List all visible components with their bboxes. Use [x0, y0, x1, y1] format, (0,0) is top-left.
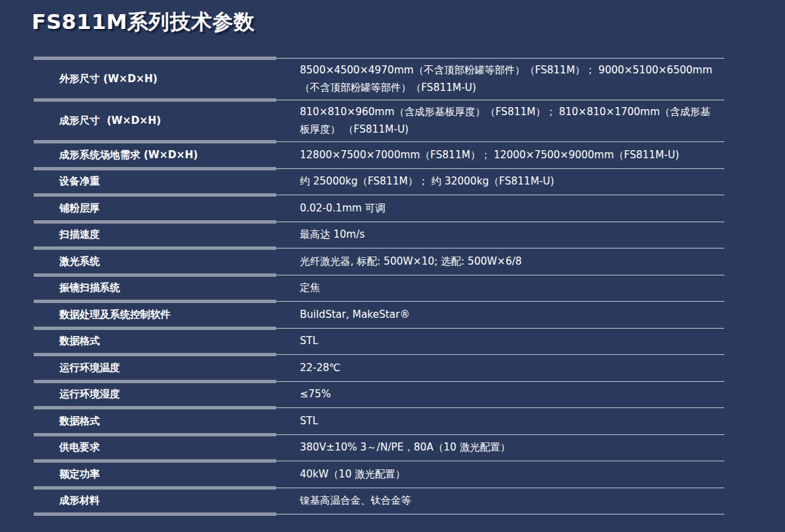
spec-label: 数据格式	[34, 333, 276, 348]
spec-label: 数据格式	[34, 413, 276, 428]
row-divider-right	[276, 488, 724, 488]
table-row-software: 数据处理及系统控制软件 BuildStar, MakeStar®	[34, 301, 724, 328]
row-divider-right	[276, 461, 724, 461]
spec-value: BuildStar, MakeStar®	[276, 306, 724, 323]
table-row-build-size: 成形尺寸 (W×D×H) 810×810×960mm（含成形基板厚度）（FS81…	[34, 100, 724, 141]
spec-value: 定焦	[276, 279, 724, 296]
spec-label: 成形材料	[34, 493, 276, 508]
table-row-dimensions: 外形尺寸 (W×D×H) 8500×4500×4970mm（不含顶部粉罐等部件）…	[34, 58, 724, 100]
row-divider-left	[34, 327, 276, 330]
spec-value: STL	[276, 332, 724, 350]
row-divider-right	[276, 248, 724, 248]
spec-value: 光纤激光器, 标配: 500W×10; 选配: 500W×6/8	[276, 253, 724, 270]
row-divider-left	[34, 300, 276, 303]
spec-label: 运行环境温度	[34, 360, 276, 375]
spec-value: ≤75%	[276, 385, 724, 403]
row-divider-left	[34, 486, 276, 490]
table-row-site-requirement: 成形系统场地需求 (W×D×H) 12800×7500×7000mm（FS811…	[34, 141, 724, 168]
row-divider-right	[276, 222, 724, 222]
table-row-data-format-1: 数据格式 STL	[34, 328, 724, 355]
row-divider-right	[276, 195, 724, 195]
spec-value: 最高达 10m/s	[276, 226, 724, 243]
row-divider-left	[34, 380, 276, 383]
row-divider-right	[276, 354, 724, 355]
row-divider-left	[34, 353, 276, 356]
spec-value: 810×810×960mm（含成形基板厚度）（FS811M）； 810×810×…	[276, 103, 724, 138]
spec-label: 铺粉层厚	[34, 201, 276, 215]
spec-page: FS811M系列技术参数 外形尺寸 (W×D×H) 8500×4500×4970…	[0, 0, 785, 532]
spec-value: 8500×4500×4970mm（不含顶部粉罐等部件）（FS811M）； 900…	[276, 61, 724, 96]
row-divider-left	[34, 273, 276, 277]
row-divider-right	[276, 58, 724, 59]
spec-label: 成形系统场地需求 (W×D×H)	[34, 147, 276, 162]
spec-label: 额定功率	[34, 467, 276, 481]
spec-label: 扫描速度	[34, 227, 276, 242]
table-row-power-supply: 供电要求 380V±10% 3～/N/PE，80A（10 激光配置）	[34, 434, 724, 461]
row-divider-left	[34, 98, 276, 102]
table-row-operating-humidity: 运行环境湿度 ≤75%	[34, 381, 724, 408]
table-row-layer-thickness: 铺粉层厚 0.02-0.1mm 可调	[34, 195, 724, 222]
table-bottom-border	[34, 514, 724, 518]
spec-table: 外形尺寸 (W×D×H) 8500×4500×4970mm（不含顶部粉罐等部件）…	[34, 58, 724, 518]
row-divider-left	[34, 167, 276, 170]
spec-label: 设备净重	[34, 174, 276, 189]
row-divider-right	[276, 514, 724, 514]
row-divider-right	[276, 434, 724, 435]
spec-value: 22-28℃	[276, 359, 724, 376]
row-divider-left	[34, 246, 276, 250]
row-divider-right	[276, 407, 724, 408]
table-row-laser-system: 激光系统 光纤激光器, 标配: 500W×10; 选配: 500W×6/8	[34, 248, 724, 275]
spec-value: 12800×7500×7000mm（FS811M）； 12000×7500×90…	[276, 146, 724, 164]
row-divider-left	[34, 512, 276, 516]
row-divider-left	[34, 57, 276, 60]
row-divider-right	[276, 100, 724, 100]
row-divider-left	[34, 140, 276, 143]
row-divider-right	[276, 141, 724, 142]
table-row-rated-power: 额定功率 40kW（10 激光配置）	[34, 461, 724, 488]
table-row-scan-speed: 扫描速度 最高达 10m/s	[34, 222, 724, 248]
spec-value: 约 25000kg（FS811M）； 约 32000kg（FS811M-U)	[276, 172, 724, 190]
spec-value: STL	[276, 412, 724, 430]
page-title: FS811M系列技术参数	[32, 8, 255, 36]
row-divider-left	[34, 433, 276, 436]
table-row-galvo-system: 振镜扫描系统 定焦	[34, 275, 724, 302]
row-divider-left	[34, 220, 276, 224]
spec-value: 380V±10% 3～/N/PE，80A（10 激光配置）	[276, 438, 724, 456]
row-divider-left	[34, 406, 276, 409]
table-row-operating-temperature: 运行环境温度 22-28℃	[34, 354, 724, 381]
table-row-build-materials: 成形材料 镍基高温合金、钛合金等	[34, 488, 724, 514]
row-divider-right	[276, 275, 724, 275]
spec-label: 数据处理及系统控制软件	[34, 307, 276, 322]
spec-label: 供电要求	[34, 440, 276, 455]
row-divider-right	[276, 328, 724, 329]
row-divider-right	[276, 381, 724, 382]
row-divider-right	[276, 301, 724, 302]
spec-label: 外形尺寸 (W×D×H)	[34, 71, 276, 86]
spec-value: 镍基高温合金、钛合金等	[276, 492, 724, 509]
spec-value: 0.02-0.1mm 可调	[276, 199, 724, 217]
spec-label: 激光系统	[34, 254, 276, 269]
spec-label: 振镜扫描系统	[34, 280, 276, 295]
spec-label: 运行环境湿度	[34, 387, 276, 401]
row-divider-left	[34, 459, 276, 463]
spec-label: 成形尺寸 (W×D×H)	[34, 113, 276, 128]
table-row-data-format-2: 数据格式 STL	[34, 407, 724, 434]
row-divider-left	[34, 193, 276, 197]
row-divider-right	[276, 168, 724, 169]
spec-value: 40kW（10 激光配置）	[276, 465, 724, 483]
table-row-net-weight: 设备净重 约 25000kg（FS811M）； 约 32000kg（FS811M…	[34, 168, 724, 195]
